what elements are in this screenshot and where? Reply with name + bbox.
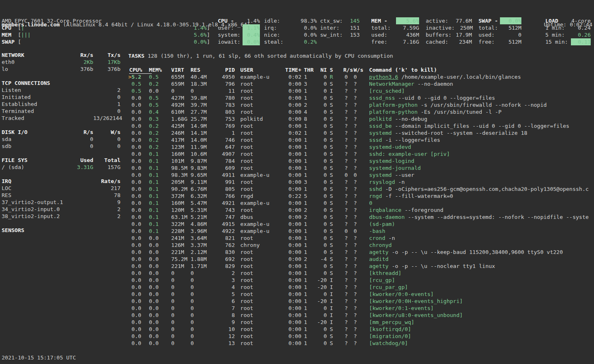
cell-virt: 63.1M [171, 214, 192, 221]
cell-command: dbus-daemon --system --address=systemd: … [369, 214, 589, 221]
stat-row: ctx_sw:145 [320, 17, 360, 24]
cell-cpu: 0.0 [132, 143, 146, 150]
stat-value: 98.3% [298, 17, 317, 24]
cell-status: S [330, 200, 336, 207]
command-name: systemd [369, 172, 392, 178]
cell-cpu: 0.0 [132, 171, 146, 178]
cell-time: 0:00 [282, 312, 302, 319]
cell-status: S [330, 171, 336, 178]
cell-cpu: 0.0 [132, 108, 146, 115]
cell-read-rate: ? [342, 164, 348, 171]
tcp-row: Listen2 [2, 87, 120, 94]
spacer [64, 199, 93, 206]
cell-cpu: 0.0 [132, 228, 146, 235]
irq-row: RES78 [2, 192, 120, 199]
cell-mem: 0.1 [149, 157, 163, 164]
stat-value: 0.0% [298, 24, 317, 31]
cell-status: S [330, 80, 336, 87]
process-row: 0.00.0004root0:001-20I??[rcu_par_gp] [128, 284, 594, 291]
cell-command: systemd-udevd [369, 143, 411, 150]
quicklook-column: SWAP -0.0%total:512Mused:0free:512M [478, 17, 521, 45]
cell-user: root [240, 326, 276, 333]
cell-command: rsyslogd -n [369, 178, 405, 186]
terminal-screen[interactable]: members.linode.com (AlmaLinux 8.4 64bit … [0, 0, 594, 364]
column-header: W/s [93, 129, 120, 136]
item-name: Listen [2, 87, 64, 94]
column-header-thr: THR [304, 66, 314, 73]
stat-label: CPU - [218, 17, 234, 24]
stat-row: buffers:17.9M [426, 31, 472, 38]
gauge-label: MEM [2, 31, 18, 38]
item-value: 0 [64, 143, 93, 150]
cell-time: 0:00 [282, 235, 302, 242]
cell-read-rate: ? [342, 129, 348, 136]
cell-user: root [240, 80, 276, 87]
stat-value: 7.16G [396, 38, 419, 45]
cell-time: 0:00 [282, 263, 302, 270]
gauge-cpu: CPU [|1.4%] [2, 24, 210, 31]
stat-label: used: [478, 31, 495, 38]
stat-label: 1 min: [545, 24, 565, 31]
cell-time: 0:00 [282, 270, 302, 277]
cell-read-rate: 0 [342, 228, 348, 235]
cell-status: I [330, 305, 336, 312]
cell-ni: -20 [316, 284, 327, 291]
cell-res: 0 [191, 340, 212, 347]
cell-virt: 0 [171, 284, 192, 291]
spacer [64, 87, 93, 94]
cell-cpu: 0.0 [132, 200, 146, 207]
cell-status: S [330, 143, 336, 150]
cell-user: root [240, 333, 276, 340]
cell-status: S [330, 164, 336, 171]
command-name: [rcu_gp] [369, 277, 395, 283]
cell-ni: 0 [316, 221, 327, 228]
cell-virt: 123M [171, 143, 192, 150]
cell-cpu: 0.0 [132, 312, 146, 319]
stat-label: total: [371, 24, 391, 31]
cell-time: 0:00 [282, 108, 302, 115]
stat-label: active: [426, 17, 448, 24]
cell-res: 5.31M [191, 207, 212, 214]
cell-command: [watchdog/0] [369, 340, 408, 347]
cell-res: 25.7M [191, 115, 212, 122]
cell-cpu: 0.0 [132, 270, 146, 277]
stat-label: total: [478, 24, 498, 31]
cell-status: S [330, 101, 336, 108]
tcp-row: Initiated0 [2, 94, 120, 101]
gauge-ticks: | [21, 24, 24, 31]
cell-command: [kworker/u8:0-events_unbound] [369, 312, 463, 319]
cell-command: sssd_nss --uid 0 --gid 0 --logger=files [369, 94, 495, 101]
process-row: 0.00.1372M6.32M766rngd0:2250S??rngd -f -… [128, 193, 594, 200]
cell-thr: 1 [304, 242, 314, 249]
cell-user: root [240, 256, 276, 263]
cell-write-rate: ? [354, 298, 363, 305]
tcp-header: TCP CONNECTIONS [2, 80, 120, 87]
cell-res: 0 [191, 326, 212, 333]
process-row: 0.00.2123M11.9M647root0:0010S??systemd-u… [128, 143, 594, 150]
stat-row: inter:151 [320, 24, 360, 31]
cell-virt: 0 [171, 305, 192, 312]
cell-user: example-u [240, 228, 276, 235]
stat-value: 0.4% [243, 31, 260, 38]
cell-user: example-u [240, 73, 276, 80]
cell-user: example-u [240, 200, 276, 207]
cell-user: root [240, 249, 276, 256]
command-name: agetty [369, 263, 389, 269]
cell-ni: 0 [316, 228, 327, 235]
cell-res: 3.37M [191, 242, 212, 249]
cell-time: 0:00 [282, 143, 302, 150]
cell-mem: 0.5 [149, 94, 163, 101]
item-name: eth0 [2, 59, 64, 66]
cell-time: 0:00 [282, 87, 302, 94]
stat-row: total:512M [478, 24, 521, 31]
cell-cpu: 0.0 [132, 150, 146, 157]
cell-cpu: 0.0 [132, 164, 146, 171]
cell-thr: 1 [304, 305, 314, 312]
cell-time: 0:00 [282, 164, 302, 171]
command-name: crond [369, 235, 385, 241]
cell-status: S [330, 186, 336, 193]
command-args: -s /usr/sbin/firewalld --nofork --nopid [417, 102, 547, 108]
process-row: 0.00.2425M14.9M769root0:0010S??sssd_be -… [128, 122, 594, 129]
cell-read-rate: ? [342, 94, 348, 101]
cell-command: [rcu_sched] [369, 87, 405, 94]
